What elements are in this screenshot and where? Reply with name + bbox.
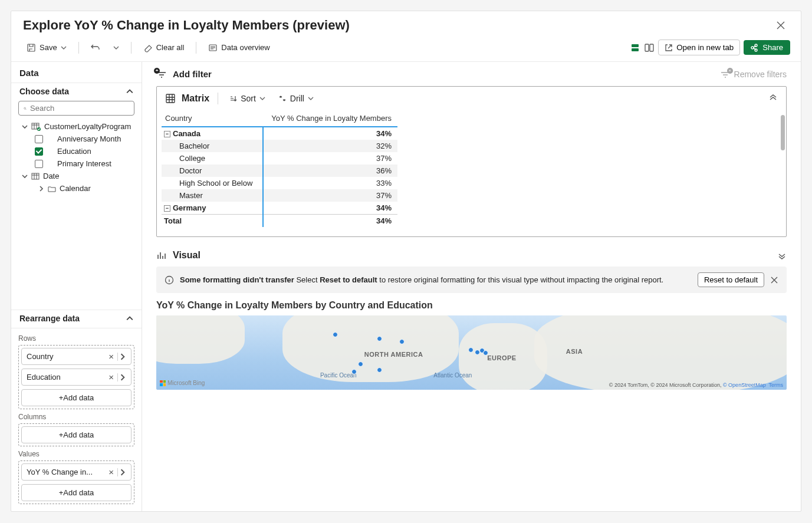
checkbox[interactable]	[35, 160, 43, 168]
add-filter-button[interactable]: + Add filter	[156, 69, 212, 79]
col-value[interactable]: YoY % Change in Loyalty Members	[263, 110, 397, 127]
data-overview-button[interactable]: Data overview	[203, 40, 274, 55]
close-icon	[776, 21, 785, 30]
field-education-label: Education	[57, 147, 91, 156]
collapse-up-icon[interactable]	[768, 94, 778, 103]
drill-icon	[278, 94, 287, 103]
pill-education-label: Education	[27, 373, 106, 381]
expand-toggle[interactable]: −	[164, 131, 170, 137]
table-row[interactable]: High School or Below33%	[162, 177, 397, 189]
row-value: 34%	[263, 202, 397, 215]
open-new-tab-label: Open in new tab	[676, 43, 734, 52]
close-button[interactable]	[772, 17, 789, 34]
save-button[interactable]: Save	[22, 40, 71, 55]
field-anniversary[interactable]: Anniversary Month	[21, 133, 136, 145]
chevron-right-icon[interactable]	[119, 353, 126, 360]
row-label: Germany	[173, 203, 206, 212]
table-row[interactable]: Doctor36%	[162, 165, 397, 177]
clear-all-button[interactable]: Clear all	[139, 40, 189, 55]
table-row[interactable]: College37%	[162, 152, 397, 165]
table-row[interactable]: Total34%	[162, 215, 397, 228]
svg-rect-2	[632, 44, 639, 47]
rearrange-header-label: Rearrange data	[19, 314, 80, 323]
info-icon	[165, 275, 174, 285]
label-asia: ASIA	[566, 348, 583, 355]
svg-rect-10	[166, 94, 175, 103]
row-label: College	[179, 154, 205, 163]
svg-rect-4	[645, 44, 649, 51]
pill-yoy[interactable]: YoY % Change in... ×	[21, 463, 132, 481]
label-pacific: Pacific Ocean	[320, 372, 357, 379]
separator	[196, 42, 196, 54]
dismiss-info-icon[interactable]	[770, 276, 778, 284]
label-na: NORTH AMERICA	[364, 351, 423, 358]
field-primary-interest[interactable]: Primary Interest	[21, 157, 136, 170]
add-columns-button[interactable]: +Add data	[21, 426, 132, 443]
undo-icon	[91, 43, 100, 52]
rearrange-section[interactable]: Rearrange data	[11, 310, 142, 328]
col-country[interactable]: Country	[162, 110, 263, 127]
pill-education[interactable]: Education ×	[21, 369, 132, 386]
pill-remove[interactable]: ×	[106, 467, 116, 477]
osm-link[interactable]: © OpenStreetMap	[723, 382, 766, 388]
collapse-down-icon[interactable]	[777, 251, 787, 260]
separator	[78, 42, 79, 54]
pill-country[interactable]: Country ×	[21, 348, 132, 365]
scrollbar[interactable]	[781, 115, 785, 150]
rows-well[interactable]: Country × Education × +Add data	[18, 345, 134, 409]
save-label: Save	[40, 43, 57, 52]
pill-remove[interactable]: ×	[106, 372, 116, 382]
map-dot[interactable]	[333, 332, 338, 337]
reset-default-button[interactable]: Reset to default	[698, 272, 764, 287]
table-row[interactable]: Master37%	[162, 189, 397, 202]
drill-button[interactable]: Drill	[276, 93, 316, 104]
matrix-table[interactable]: Country YoY % Change in Loyalty Members …	[162, 110, 397, 227]
undo-dropdown[interactable]	[109, 42, 124, 54]
eraser-icon	[143, 43, 153, 52]
table-row[interactable]: −Germany34%	[162, 202, 397, 215]
layout-stacked-button[interactable]	[630, 42, 640, 53]
hierarchy-calendar[interactable]: Calendar	[21, 182, 136, 195]
choose-data-section[interactable]: Choose data	[11, 83, 142, 101]
table-row[interactable]: −Canada34%	[162, 127, 397, 140]
add-values-button[interactable]: +Add data	[21, 484, 132, 501]
chevron-right-icon[interactable]	[119, 374, 126, 381]
data-header: Data	[11, 62, 142, 83]
add-filter-label: Add filter	[173, 69, 212, 79]
row-value: 34%	[263, 127, 397, 140]
map-visual[interactable]: NORTH AMERICA EUROPE ASIA Pacific Ocean …	[156, 315, 787, 390]
field-education[interactable]: Education	[21, 145, 136, 157]
search-icon	[24, 104, 27, 113]
terms-link[interactable]: Terms	[769, 382, 784, 388]
columns-well[interactable]: +Add data	[18, 423, 134, 446]
layout-stacked-icon	[630, 42, 640, 53]
map-dot[interactable]	[399, 339, 405, 344]
table-customer-loyalty[interactable]: CustomerLoyaltyProgram	[21, 120, 136, 133]
layout-side-button[interactable]	[644, 42, 655, 53]
field-primary-interest-label: Primary Interest	[57, 159, 111, 168]
checkbox-checked[interactable]	[35, 147, 43, 156]
add-rows-button[interactable]: +Add data	[21, 389, 132, 406]
chevron-right-icon[interactable]	[119, 469, 126, 476]
undo-button[interactable]	[86, 40, 105, 55]
table-date[interactable]: Date	[21, 170, 136, 182]
sort-label: Sort	[241, 94, 256, 103]
open-new-tab-button[interactable]: Open in new tab	[658, 40, 740, 55]
label-eu: EUROPE	[487, 354, 516, 361]
sort-button[interactable]: Sort	[226, 93, 268, 104]
checkbox[interactable]	[35, 135, 43, 143]
table-row[interactable]: Bachelor32%	[162, 140, 397, 152]
table-customer-label: CustomerLoyaltyProgram	[44, 122, 131, 131]
search-input-wrap[interactable]	[18, 101, 134, 116]
expand-toggle[interactable]: −	[164, 205, 170, 212]
svg-rect-3	[632, 48, 639, 51]
share-icon	[751, 44, 759, 52]
search-input[interactable]	[30, 104, 129, 113]
values-well[interactable]: YoY % Change in... × +Add data	[18, 460, 134, 504]
share-button[interactable]: Share	[744, 40, 790, 55]
map-dot[interactable]	[483, 350, 488, 356]
chevron-down-icon	[22, 124, 28, 130]
layout-side-icon	[644, 42, 655, 53]
pill-remove[interactable]: ×	[106, 351, 116, 361]
sort-icon	[229, 94, 237, 103]
